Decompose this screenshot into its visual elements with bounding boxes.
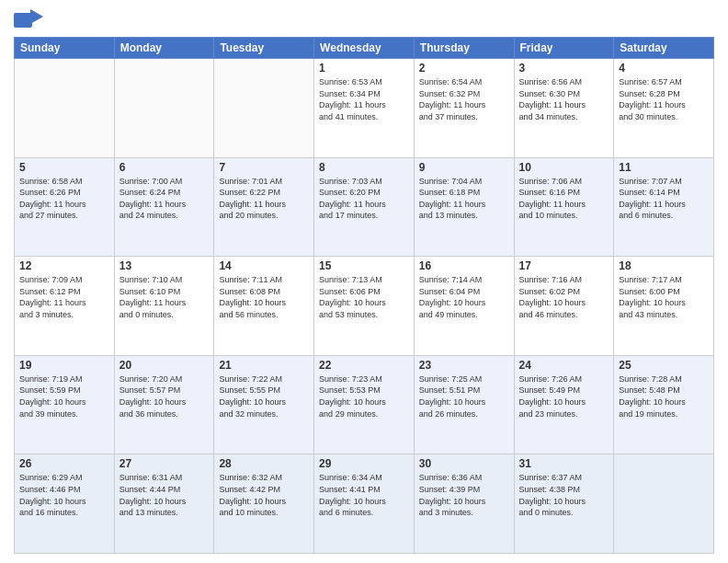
calendar-cell: 24Sunrise: 7:26 AM Sunset: 5:49 PM Dayli… <box>514 355 614 454</box>
calendar-cell: 30Sunrise: 6:36 AM Sunset: 4:39 PM Dayli… <box>414 454 514 554</box>
header-thursday: Thursday <box>414 38 514 59</box>
day-number: 8 <box>319 161 409 174</box>
calendar-cell: 16Sunrise: 7:14 AM Sunset: 6:04 PM Dayli… <box>414 257 514 356</box>
calendar-cell: 14Sunrise: 7:11 AM Sunset: 6:08 PM Dayli… <box>214 257 314 356</box>
header <box>14 9 714 31</box>
calendar-table: Sunday Monday Tuesday Wednesday Thursday… <box>14 37 714 554</box>
calendar-cell: 20Sunrise: 7:20 AM Sunset: 5:57 PM Dayli… <box>114 355 214 454</box>
day-number: 22 <box>319 359 409 372</box>
day-info: Sunrise: 7:14 AM Sunset: 6:04 PM Dayligh… <box>419 274 509 320</box>
day-info: Sunrise: 7:04 AM Sunset: 6:18 PM Dayligh… <box>419 176 509 222</box>
day-number: 17 <box>519 259 609 272</box>
day-number: 24 <box>519 359 609 372</box>
header-tuesday: Tuesday <box>214 38 314 59</box>
day-number: 31 <box>519 457 609 470</box>
day-info: Sunrise: 7:01 AM Sunset: 6:22 PM Dayligh… <box>219 176 309 222</box>
day-number: 21 <box>219 359 309 372</box>
day-number: 5 <box>19 161 109 174</box>
day-info: Sunrise: 7:11 AM Sunset: 6:08 PM Dayligh… <box>219 274 309 320</box>
day-info: Sunrise: 7:25 AM Sunset: 5:51 PM Dayligh… <box>419 373 509 419</box>
day-number: 3 <box>519 62 609 75</box>
day-info: Sunrise: 6:57 AM Sunset: 6:28 PM Dayligh… <box>619 76 709 122</box>
header-saturday: Saturday <box>614 38 714 59</box>
calendar-cell: 7Sunrise: 7:01 AM Sunset: 6:22 PM Daylig… <box>214 157 314 257</box>
day-number: 4 <box>619 62 709 75</box>
day-info: Sunrise: 7:10 AM Sunset: 6:10 PM Dayligh… <box>119 274 210 320</box>
day-number: 25 <box>619 359 709 372</box>
day-info: Sunrise: 6:56 AM Sunset: 6:30 PM Dayligh… <box>519 76 609 122</box>
day-info: Sunrise: 7:23 AM Sunset: 5:53 PM Dayligh… <box>319 373 409 419</box>
day-number: 27 <box>119 457 210 470</box>
day-info: Sunrise: 7:09 AM Sunset: 6:12 PM Dayligh… <box>19 274 109 320</box>
day-info: Sunrise: 7:28 AM Sunset: 5:48 PM Dayligh… <box>619 373 709 419</box>
calendar-cell: 4Sunrise: 6:57 AM Sunset: 6:28 PM Daylig… <box>614 59 714 158</box>
calendar-cell: 23Sunrise: 7:25 AM Sunset: 5:51 PM Dayli… <box>414 355 514 454</box>
header-monday: Monday <box>114 38 214 59</box>
day-number: 11 <box>619 161 709 174</box>
logo-icon <box>14 9 43 31</box>
calendar-cell: 25Sunrise: 7:28 AM Sunset: 5:48 PM Dayli… <box>614 355 714 454</box>
day-info: Sunrise: 7:06 AM Sunset: 6:16 PM Dayligh… <box>519 176 609 222</box>
day-number: 26 <box>19 457 109 470</box>
day-number: 12 <box>19 259 109 272</box>
calendar-cell: 17Sunrise: 7:16 AM Sunset: 6:02 PM Dayli… <box>514 257 614 356</box>
day-info: Sunrise: 7:07 AM Sunset: 6:14 PM Dayligh… <box>619 176 709 222</box>
calendar-cell: 11Sunrise: 7:07 AM Sunset: 6:14 PM Dayli… <box>614 157 714 257</box>
calendar-cell: 8Sunrise: 7:03 AM Sunset: 6:20 PM Daylig… <box>314 157 415 257</box>
calendar-cell: 15Sunrise: 7:13 AM Sunset: 6:06 PM Dayli… <box>314 257 415 356</box>
day-info: Sunrise: 7:20 AM Sunset: 5:57 PM Dayligh… <box>119 373 210 419</box>
header-sunday: Sunday <box>15 38 115 59</box>
day-info: Sunrise: 6:29 AM Sunset: 4:46 PM Dayligh… <box>19 472 109 518</box>
svg-rect-0 <box>14 13 32 28</box>
logo <box>14 9 45 31</box>
header-wednesday: Wednesday <box>314 38 415 59</box>
calendar-cell <box>614 454 714 554</box>
day-number: 14 <box>219 259 309 272</box>
calendar-cell: 2Sunrise: 6:54 AM Sunset: 6:32 PM Daylig… <box>414 59 514 158</box>
calendar-cell: 29Sunrise: 6:34 AM Sunset: 4:41 PM Dayli… <box>314 454 415 554</box>
calendar-cell: 3Sunrise: 6:56 AM Sunset: 6:30 PM Daylig… <box>514 59 614 158</box>
calendar-cell: 12Sunrise: 7:09 AM Sunset: 6:12 PM Dayli… <box>15 257 115 356</box>
day-number: 29 <box>319 457 409 470</box>
day-number: 6 <box>119 161 210 174</box>
weekday-header-row: Sunday Monday Tuesday Wednesday Thursday… <box>15 38 714 59</box>
day-info: Sunrise: 7:16 AM Sunset: 6:02 PM Dayligh… <box>519 274 609 320</box>
calendar-cell: 13Sunrise: 7:10 AM Sunset: 6:10 PM Dayli… <box>114 257 214 356</box>
calendar-cell: 5Sunrise: 6:58 AM Sunset: 6:26 PM Daylig… <box>15 157 115 257</box>
calendar-cell: 6Sunrise: 7:00 AM Sunset: 6:24 PM Daylig… <box>114 157 214 257</box>
day-info: Sunrise: 7:22 AM Sunset: 5:55 PM Dayligh… <box>219 373 309 419</box>
day-info: Sunrise: 7:13 AM Sunset: 6:06 PM Dayligh… <box>319 274 409 320</box>
day-info: Sunrise: 6:32 AM Sunset: 4:42 PM Dayligh… <box>219 472 309 518</box>
page: Sunday Monday Tuesday Wednesday Thursday… <box>0 0 728 563</box>
calendar-cell <box>15 59 115 158</box>
day-number: 2 <box>419 62 509 75</box>
calendar-cell: 28Sunrise: 6:32 AM Sunset: 4:42 PM Dayli… <box>214 454 314 554</box>
svg-marker-1 <box>30 9 43 24</box>
calendar-cell: 31Sunrise: 6:37 AM Sunset: 4:38 PM Dayli… <box>514 454 614 554</box>
day-info: Sunrise: 6:34 AM Sunset: 4:41 PM Dayligh… <box>319 472 409 518</box>
calendar-cell: 10Sunrise: 7:06 AM Sunset: 6:16 PM Dayli… <box>514 157 614 257</box>
day-number: 20 <box>119 359 210 372</box>
calendar-cell: 19Sunrise: 7:19 AM Sunset: 5:59 PM Dayli… <box>15 355 115 454</box>
day-number: 15 <box>319 259 409 272</box>
day-number: 10 <box>519 161 609 174</box>
calendar-cell: 22Sunrise: 7:23 AM Sunset: 5:53 PM Dayli… <box>314 355 415 454</box>
day-info: Sunrise: 7:00 AM Sunset: 6:24 PM Dayligh… <box>119 176 210 222</box>
day-info: Sunrise: 7:19 AM Sunset: 5:59 PM Dayligh… <box>19 373 109 419</box>
day-number: 18 <box>619 259 709 272</box>
day-info: Sunrise: 7:03 AM Sunset: 6:20 PM Dayligh… <box>319 176 409 222</box>
calendar-cell: 21Sunrise: 7:22 AM Sunset: 5:55 PM Dayli… <box>214 355 314 454</box>
day-info: Sunrise: 6:53 AM Sunset: 6:34 PM Dayligh… <box>319 76 409 122</box>
calendar-cell <box>114 59 214 158</box>
day-info: Sunrise: 6:58 AM Sunset: 6:26 PM Dayligh… <box>19 176 109 222</box>
calendar-cell: 26Sunrise: 6:29 AM Sunset: 4:46 PM Dayli… <box>15 454 115 554</box>
day-info: Sunrise: 6:31 AM Sunset: 4:44 PM Dayligh… <box>119 472 210 518</box>
day-number: 28 <box>219 457 309 470</box>
calendar-cell: 18Sunrise: 7:17 AM Sunset: 6:00 PM Dayli… <box>614 257 714 356</box>
day-number: 1 <box>319 62 409 75</box>
calendar-cell: 27Sunrise: 6:31 AM Sunset: 4:44 PM Dayli… <box>114 454 214 554</box>
day-number: 23 <box>419 359 509 372</box>
day-number: 13 <box>119 259 210 272</box>
day-info: Sunrise: 6:37 AM Sunset: 4:38 PM Dayligh… <box>519 472 609 518</box>
day-number: 16 <box>419 259 509 272</box>
